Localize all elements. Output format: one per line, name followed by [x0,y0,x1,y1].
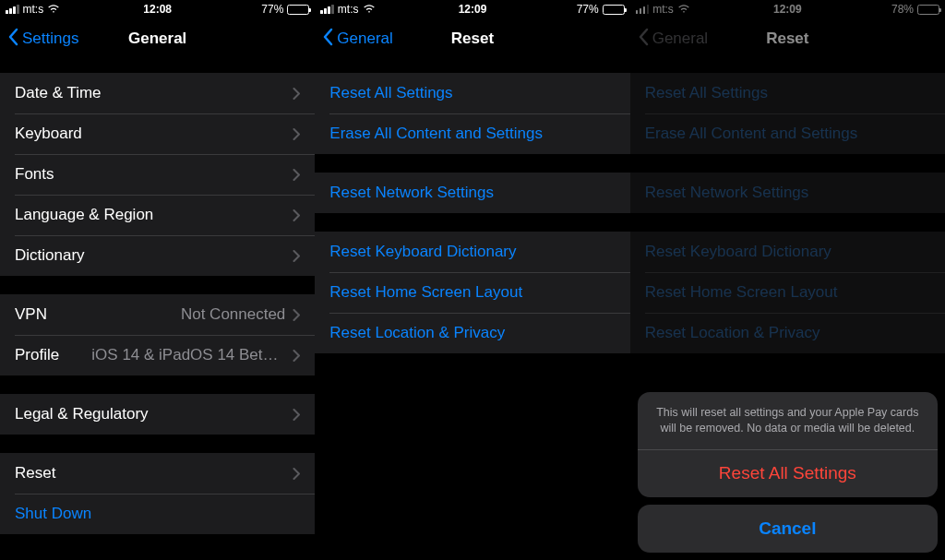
signal-icon [636,5,650,14]
chevron-right-icon [293,209,300,221]
row-label: Dictionary [15,246,85,265]
status-bar: mt:s 12:09 77% ⚡︎ [315,0,629,18]
nav-bar: General Reset [315,18,629,59]
carrier-label: mt:s [338,3,359,16]
page-title: Reset [451,30,494,48]
settings-group: ResetShut Down [0,453,315,534]
clock: 12:08 [143,3,172,16]
row-detail: Not Connected [181,305,285,324]
row-label: Reset [15,464,55,483]
settings-row[interactable]: Erase All Content and Settings [315,113,629,154]
row-label: Legal & Regulatory [15,405,149,423]
settings-group: Date & TimeKeyboardFontsLanguage & Regio… [0,73,315,276]
row-label: Reset Home Screen Layout [645,283,838,302]
settings-row[interactable]: Reset Network Settings [315,173,629,213]
settings-group: Reset Network Settings [630,173,945,213]
carrier-label: mt:s [23,3,44,16]
settings-row: Reset Network Settings [630,173,945,213]
status-bar: mt:s 12:08 77% ⚡︎ [0,0,315,18]
settings-row[interactable]: Legal & Regulatory [0,394,315,435]
settings-row[interactable]: Reset [0,453,315,494]
row-label: Reset All Settings [645,84,768,102]
row-label: Fonts [15,165,54,184]
signal-icon [320,5,334,14]
chevron-right-icon [293,409,300,421]
row-label: Language & Region [15,206,153,224]
action-sheet: This will reset all settings and your Ap… [638,392,938,553]
clock: 12:09 [459,3,487,16]
settings-row[interactable]: Reset Home Screen Layout [315,272,629,313]
back-button: General [638,28,708,51]
settings-row: Reset Keyboard Dictionary [630,232,945,272]
back-button[interactable]: Settings [7,28,78,51]
battery-icon: ⚡︎ [287,5,309,15]
settings-group: Reset All SettingsErase All Content and … [315,73,629,154]
back-button[interactable]: General [322,28,392,51]
wifi-icon [47,2,60,18]
battery-percent: 77% [261,3,283,16]
chevron-left-icon [7,28,18,51]
status-bar: mt:s 12:09 78% ⚡︎ [630,0,945,18]
row-label: Reset All Settings [329,84,452,102]
chevron-left-icon [638,28,649,51]
screen-reset: mt:s 12:09 77% ⚡︎ General Reset Reset Al… [315,0,629,560]
row-label: Profile [15,346,59,364]
settings-group: Reset Keyboard DictionaryReset Home Scre… [630,232,945,353]
chevron-right-icon [293,350,300,362]
content: Reset All SettingsErase All Content and … [315,73,629,353]
page-title: Reset [766,30,808,48]
chevron-right-icon [293,468,300,480]
settings-row: Reset All Settings [630,73,945,113]
settings-row[interactable]: Date & Time [0,73,315,113]
settings-row[interactable]: ProfileiOS 14 & iPadOS 14 Beta Softwar… [0,335,315,375]
settings-group: Reset Keyboard DictionaryReset Home Scre… [315,232,629,353]
row-label: Keyboard [15,125,82,143]
chevron-left-icon [322,28,333,51]
settings-row[interactable]: Reset Location & Privacy [315,313,629,353]
content: Reset All SettingsErase All Content and … [630,73,945,353]
row-label: Shut Down [15,505,91,523]
signal-icon [6,5,19,14]
settings-row: Reset Location & Privacy [630,313,945,353]
back-label: General [652,30,708,48]
content: Date & TimeKeyboardFontsLanguage & Regio… [0,73,315,534]
settings-group: Legal & Regulatory [0,394,315,435]
battery-percent: 77% [577,3,599,16]
reset-all-settings-button[interactable]: Reset All Settings [638,449,938,497]
chevron-right-icon [293,88,300,100]
settings-row[interactable]: Keyboard [0,113,315,154]
chevron-right-icon [293,128,300,140]
settings-row: Erase All Content and Settings [630,113,945,154]
wifi-icon [677,2,690,18]
action-sheet-message: This will reset all settings and your Ap… [638,392,938,449]
wifi-icon [363,2,376,18]
settings-row[interactable]: VPNNot Connected [0,294,315,335]
row-detail: iOS 14 & iPadOS 14 Beta Softwar… [91,346,285,364]
settings-row[interactable]: Fonts [0,154,315,195]
chevron-right-icon [293,309,300,321]
settings-row[interactable]: Dictionary [0,235,315,276]
row-label: Reset Keyboard Dictionary [329,243,516,261]
settings-group: Reset All SettingsErase All Content and … [630,73,945,154]
battery-percent: 78% [891,3,914,16]
cancel-button[interactable]: Cancel [638,505,938,553]
back-label: General [337,30,392,48]
row-label: Date & Time [15,84,102,102]
row-label: Reset Location & Privacy [329,324,505,342]
carrier-label: mt:s [652,3,674,16]
row-label: Reset Network Settings [329,184,494,202]
settings-row: Reset Home Screen Layout [630,272,945,313]
row-label: VPN [15,305,47,324]
chevron-right-icon [293,169,300,181]
screen-reset-confirm: mt:s 12:09 78% ⚡︎ General Res [630,0,945,560]
settings-row[interactable]: Reset All Settings [315,73,629,113]
settings-row[interactable]: Shut Down [0,494,315,534]
action-sheet-group: This will reset all settings and your Ap… [638,392,938,497]
row-label: Reset Home Screen Layout [329,283,522,302]
nav-bar: Settings General [0,18,315,59]
settings-row[interactable]: Reset Keyboard Dictionary [315,232,629,272]
settings-row[interactable]: Language & Region [0,195,315,235]
back-label: Settings [22,30,78,48]
page-title: General [128,30,186,48]
row-label: Erase All Content and Settings [645,125,858,143]
